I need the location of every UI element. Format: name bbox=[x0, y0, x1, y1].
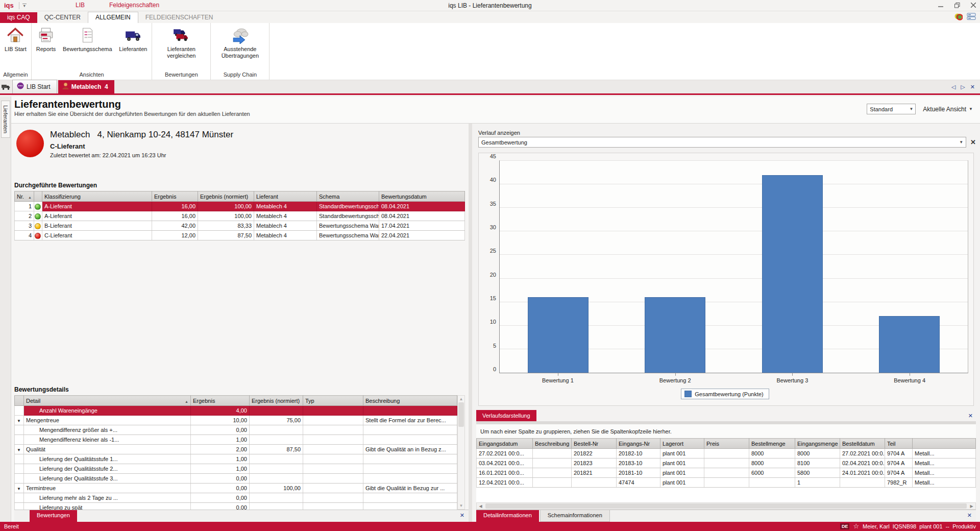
detail-row[interactable]: Lieferung der Qualitätsstufe 3...0,00 bbox=[15, 474, 457, 484]
ausstehende-uebertragungen-button[interactable]: Ausstehende Übertragungen bbox=[212, 24, 268, 60]
column-header[interactable]: Preis bbox=[704, 439, 749, 449]
detail-row[interactable]: Lieferung zu spät0,00 bbox=[15, 503, 457, 510]
detail-row[interactable]: Anzahl Wareneingänge4,00 bbox=[15, 406, 457, 416]
column-header[interactable]: Beschreibung bbox=[363, 396, 457, 406]
column-header[interactable]: Bestellmenge bbox=[749, 439, 795, 449]
detail-row[interactable]: Mengendifferenz größer als +...0,00 bbox=[15, 425, 457, 435]
language-badge[interactable]: DE bbox=[840, 523, 850, 529]
nav-next-icon[interactable]: ▷ bbox=[961, 84, 965, 90]
column-header[interactable]: Bestell-Nr bbox=[572, 439, 617, 449]
expand-icon[interactable]: ▼ bbox=[17, 448, 21, 452]
receipt-row[interactable]: 16.01.2021 00:0...20182120181-10plant 00… bbox=[477, 468, 976, 478]
contextual-tab-lib[interactable]: LIB bbox=[76, 2, 85, 9]
bar-band bbox=[851, 161, 968, 373]
column-header[interactable]: Lagerort bbox=[660, 439, 704, 449]
scroll-right-icon[interactable]: ▶ bbox=[968, 504, 975, 509]
column-header[interactable]: Teil bbox=[885, 439, 913, 449]
lieferanten-side-tab[interactable]: Lieferanten bbox=[1, 101, 10, 138]
evaluation-row[interactable]: 4C-Lieferant12,0087,50Metablech 4Bewertu… bbox=[15, 231, 465, 240]
nav-previous-icon[interactable]: ◁ bbox=[951, 84, 955, 90]
lieferanten-button[interactable]: Lieferanten bbox=[115, 24, 151, 54]
expand-icon[interactable]: ▼ bbox=[17, 419, 21, 423]
contextual-tab-feldeigenschaften[interactable]: Feldeigenschaften bbox=[109, 2, 159, 9]
column-header[interactable]: Ergebnis (normiert) bbox=[198, 191, 254, 202]
aktuelle-ansicht-menu[interactable]: Aktuelle Ansicht ▼ bbox=[923, 106, 973, 113]
evaluation-row[interactable]: 3B-Lieferant42,0083,33Metablech 4Bewertu… bbox=[15, 221, 465, 231]
ribbon-tab-iqs-caq[interactable]: iqs CAQ bbox=[0, 12, 37, 23]
tab-bewertungen[interactable]: Bewertungen bbox=[30, 510, 77, 522]
column-header[interactable]: Ergebnis (normiert) bbox=[250, 396, 303, 406]
reports-button[interactable]: Reports bbox=[33, 24, 60, 54]
docked-panel-truck-icon[interactable] bbox=[0, 80, 12, 93]
evaluation-row[interactable]: 1A-Lieferant16,00100,00Metablech 4Standa… bbox=[15, 202, 465, 211]
scrollbar-thumb[interactable] bbox=[458, 402, 464, 427]
column-header[interactable]: Ergebnis bbox=[191, 396, 250, 406]
column-header[interactable]: Eingangs-Nr bbox=[617, 439, 660, 449]
favorites-star-icon[interactable]: ☆ bbox=[853, 523, 859, 529]
column-header[interactable]: Klassifizierung bbox=[42, 191, 152, 202]
server-panel-icon[interactable] bbox=[967, 13, 976, 22]
clear-selection-icon[interactable]: ✕ bbox=[970, 138, 976, 146]
column-header[interactable]: Beschreibung bbox=[533, 439, 572, 449]
evaluations-table: Nr.▲KlassifizierungErgebnisErgebnis (nor… bbox=[14, 191, 465, 240]
column-header[interactable]: Bestelldatum bbox=[840, 439, 885, 449]
app-logo[interactable]: iqs bbox=[0, 2, 19, 9]
tab-detailinformationen[interactable]: Detailinformationen bbox=[476, 510, 539, 522]
column-header[interactable]: Bewertungsdatum bbox=[379, 191, 465, 202]
bar-band bbox=[734, 161, 851, 373]
detail-row[interactable]: ▼Termintreue0,00100,00Gibt die Qualität … bbox=[15, 484, 457, 493]
view-select[interactable]: Standard ▼ bbox=[867, 104, 916, 114]
panel-splitter[interactable] bbox=[469, 124, 472, 522]
detail-row[interactable]: Lieferung der Qualitätsstufe 2...1,00 bbox=[15, 464, 457, 474]
ribbon-tab-qc-center[interactable]: QC-CENTER bbox=[37, 12, 88, 23]
column-header[interactable]: Lieferant bbox=[254, 191, 317, 202]
group-by-hint: Um nach einer Spalte zu gruppieren, zieh… bbox=[476, 424, 976, 438]
ribbon-tab-feldeigenschaften[interactable]: FELDEIGENSCHAFTEN bbox=[138, 12, 220, 23]
receipt-row[interactable]: 27.02.2021 00:0...20182220182-10plant 00… bbox=[477, 449, 976, 458]
detail-row[interactable]: ▼Qualität2,0087,50Gibt die Qualität an i… bbox=[15, 445, 457, 454]
quick-access-customize-icon[interactable]: ▾ bbox=[22, 4, 27, 8]
column-header[interactable]: Detail▲ bbox=[24, 396, 191, 406]
column-header[interactable]: Eingangsdatum bbox=[477, 439, 533, 449]
column-header[interactable]: Eingangsmenge bbox=[795, 439, 840, 449]
scroll-up-icon[interactable]: ▲ bbox=[459, 397, 463, 401]
doc-tab-lib-start[interactable]: LIB Start bbox=[12, 80, 57, 93]
evaluation-row[interactable]: 2A-Lieferant16,00100,00Metablech 4Standa… bbox=[15, 211, 465, 221]
detail-row[interactable]: Mengendifferenz kleiner als -1...1,00 bbox=[15, 435, 457, 445]
close-panel-icon[interactable]: ✕ bbox=[456, 510, 469, 522]
close-document-icon[interactable]: ✕ bbox=[970, 84, 975, 90]
tab-verlaufsdarstellung[interactable]: Verlaufsdarstellung bbox=[476, 410, 536, 421]
receipt-row[interactable]: 12.04.2021 00:0...47474plant 00117982_RM… bbox=[477, 478, 976, 488]
theme-circles-icon[interactable] bbox=[954, 13, 963, 22]
detail-grid-area: Um nach einer Spalte zu gruppieren, zieh… bbox=[476, 421, 976, 510]
column-header[interactable]: Ergebnis bbox=[152, 191, 198, 202]
column-header[interactable] bbox=[913, 439, 976, 449]
scrollbar-thumb[interactable] bbox=[485, 503, 967, 509]
tab-schemainformationen[interactable]: Schemainformationen bbox=[540, 510, 610, 522]
close-panel-icon[interactable]: ✕ bbox=[968, 413, 976, 421]
title-bar: iqs ▾ LIB Feldeigenschaften iqs LIB - Li… bbox=[0, 0, 980, 11]
column-header[interactable]: Typ bbox=[303, 396, 363, 406]
lieferanten-vergleichen-button[interactable]: Lieferanten vergleichen bbox=[153, 24, 209, 60]
receipt-row[interactable]: 03.04.2021 00:0...20182320183-10plant 00… bbox=[477, 458, 976, 468]
column-header[interactable] bbox=[34, 191, 42, 202]
scroll-down-icon[interactable]: ▼ bbox=[459, 503, 463, 508]
column-header[interactable]: Nr.▲ bbox=[15, 191, 34, 202]
scroll-left-icon[interactable]: ◀ bbox=[477, 504, 484, 509]
details-vertical-scrollbar[interactable]: ▲ ▼ bbox=[457, 395, 465, 510]
verlauf-dropdown[interactable]: Gesamtbewertung ▼ bbox=[478, 137, 966, 148]
horizontal-scrollbar[interactable]: ◀ ▶ bbox=[476, 502, 976, 510]
minimize-button[interactable] bbox=[936, 1, 945, 9]
lib-start-button[interactable]: LIB Start bbox=[1, 24, 30, 54]
detail-row[interactable]: Lieferung der Qualitätsstufe 1...1,00 bbox=[15, 454, 457, 464]
close-window-button[interactable] bbox=[969, 1, 978, 9]
detail-row[interactable]: ▼Mengentreue10,0075,00Stellt die Formel … bbox=[15, 416, 457, 425]
detail-row[interactable]: Lieferung mehr als 2 Tage zu ...0,00 bbox=[15, 493, 457, 503]
column-header[interactable]: Schema bbox=[317, 191, 379, 202]
doc-tab-metablech[interactable]: Metablech 4 bbox=[58, 80, 114, 93]
close-panel-icon[interactable]: ✕ bbox=[963, 510, 976, 522]
expand-icon[interactable]: ▼ bbox=[17, 487, 21, 491]
bewertungsschema-button[interactable]: Bewertungsschema bbox=[59, 24, 115, 54]
restore-button[interactable] bbox=[952, 1, 962, 9]
ribbon-tab-allgemein[interactable]: ALLGEMEIN bbox=[88, 12, 138, 23]
